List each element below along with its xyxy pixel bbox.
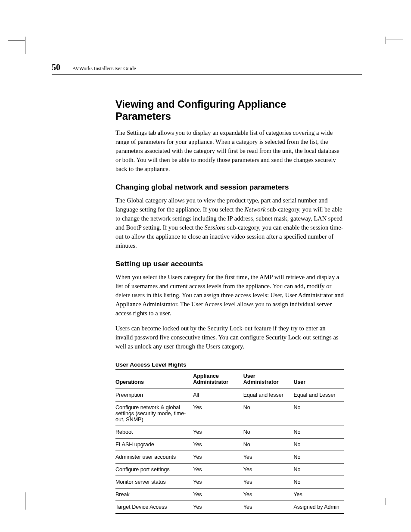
cell: No [243, 439, 294, 451]
crop-mark [25, 37, 25, 54]
cell: Yes [193, 426, 243, 439]
cell: Preemption [115, 389, 193, 401]
heading-2: Changing global network and session para… [115, 183, 344, 192]
cell: Reboot [115, 426, 193, 439]
cell: No [293, 476, 344, 488]
table-row: Configure network & global settings (sec… [115, 401, 344, 426]
paragraph: When you select the Users category for t… [115, 273, 344, 318]
table-title: User Access Level Rights [115, 361, 344, 368]
table-row: Monitor server status Yes Yes No [115, 476, 344, 488]
cell: Yes [193, 439, 243, 451]
cell: Yes [243, 476, 294, 488]
cell: Equal and Lesser [293, 389, 344, 401]
column-header: Operations [115, 369, 193, 389]
heading-1: Viewing and Configuring Appliance Parame… [115, 98, 344, 122]
cell: Yes [243, 488, 294, 501]
cell: FLASH upgrade [115, 439, 193, 451]
cell: No [243, 426, 294, 439]
cell: Configure network & global settings (sec… [115, 401, 193, 426]
table-header-row: Operations Appliance Administrator User … [115, 369, 344, 389]
column-header: Appliance Administrator [193, 369, 243, 389]
page-header: 50 AVWorks Installer/User Guide [52, 62, 362, 75]
paragraph: The Global category allows you to view t… [115, 196, 344, 250]
cell: No [293, 439, 344, 451]
cell: Yes [193, 488, 243, 501]
cell: Yes [193, 464, 243, 476]
cell: Yes [193, 501, 243, 514]
crop-mark [386, 40, 403, 40]
italic-text: Sessions [204, 224, 225, 231]
heading-2: Setting up user accounts [115, 260, 344, 268]
table-row: Reboot Yes No No [115, 426, 344, 439]
table-body: Preemption All Equal and lesser Equal an… [115, 389, 344, 514]
table-row: Configure port settings Yes Yes No [115, 464, 344, 476]
page-number: 50 [52, 62, 60, 72]
cell: No [293, 451, 344, 464]
cell: Configure port settings [115, 464, 193, 476]
cell: Yes [193, 451, 243, 464]
cell: Assigned by Admin [293, 501, 344, 514]
cell: Break [115, 488, 193, 501]
paragraph: Users can become locked out by the Secur… [115, 324, 344, 351]
cell: No [243, 401, 294, 426]
crop-mark [8, 502, 25, 502]
cell: No [293, 464, 344, 476]
cell: Yes [293, 488, 344, 501]
cell: No [293, 426, 344, 439]
table-row: Administer user accounts Yes Yes No [115, 451, 344, 464]
running-head: AVWorks Installer/User Guide [72, 65, 136, 72]
cell: Yes [243, 501, 294, 514]
cell: Monitor server status [115, 476, 193, 488]
cell: Administer user accounts [115, 451, 193, 464]
crop-mark [25, 492, 25, 510]
crop-mark [8, 40, 25, 40]
table-row: Target Device Access Yes Yes Assigned by… [115, 501, 344, 514]
crop-mark [386, 498, 386, 505]
table-row: FLASH upgrade Yes No No [115, 439, 344, 451]
cell: Target Device Access [115, 501, 193, 514]
cell: Yes [243, 464, 294, 476]
paragraph: The Settings tab allows you to display a… [115, 128, 344, 174]
cell: Yes [243, 451, 294, 464]
cell: Equal and lesser [243, 389, 294, 401]
table-row: Preemption All Equal and lesser Equal an… [115, 389, 344, 401]
content: Viewing and Configuring Appliance Parame… [115, 98, 344, 514]
page: 50 AVWorks Installer/User Guide Viewing … [52, 62, 362, 514]
cell: No [293, 401, 344, 426]
italic-text: Network [245, 206, 266, 213]
cell: All [193, 389, 243, 401]
cell: Yes [193, 476, 243, 488]
cell: Yes [193, 401, 243, 426]
column-header: User [293, 369, 344, 389]
column-header: User Administrator [243, 369, 294, 389]
table-row: Break Yes Yes Yes [115, 488, 344, 501]
crop-mark [386, 37, 386, 44]
access-rights-table: Operations Appliance Administrator User … [115, 369, 344, 514]
crop-mark [386, 502, 403, 502]
